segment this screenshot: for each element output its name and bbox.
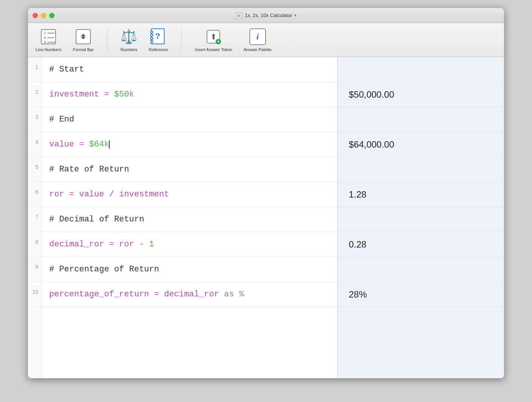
line-number-8: 8 [28, 232, 42, 257]
line-numbers-button[interactable]: 1 2 3 Line Numbers [36, 28, 61, 52]
code-token: = [99, 90, 114, 99]
result-row-9 [338, 257, 504, 282]
code-token: percentage_of_return = decimal_ror [49, 290, 224, 299]
answer-palette-button[interactable]: i Answer Palette [244, 28, 272, 52]
code-content-6[interactable]: ror = value / investment [42, 182, 337, 207]
insert-token-icon-wrapper: ⬆ + [205, 28, 222, 45]
line-number-7: 7 [28, 207, 42, 232]
reference-label: Reference [149, 47, 168, 52]
line-number-3: 3 [28, 107, 42, 132]
answer-palette-icon-wrapper: i [249, 28, 266, 45]
main-window: ≡ 1x, 2x, 10x Calculator ▾ 1 2 [28, 8, 504, 379]
table-row: 3 # End [28, 107, 337, 132]
title-bar: ≡ 1x, 2x, 10x Calculator ▾ [28, 8, 504, 23]
numbers-label: Numbers [121, 47, 138, 52]
line-number-9: 9 [28, 257, 42, 282]
line-number-empty [28, 307, 42, 378]
main-content: 1 # Start 2 investment = $50 k [28, 57, 504, 378]
token-plus-icon: + [216, 39, 221, 44]
code-token: 1 [149, 240, 154, 249]
code-token: decimal_ror = ror - [49, 240, 149, 249]
code-token: # Start [49, 65, 84, 74]
code-token: k [129, 90, 134, 99]
line-number-5: 5 [28, 157, 42, 182]
question-mark-icon: ? [155, 31, 160, 41]
result-row-5 [338, 157, 504, 182]
code-token: # Rate of Return [49, 165, 129, 174]
token-arrow-icon: ⬆ [210, 32, 217, 41]
table-row: 10 percentage_of_return = decimal_ror as… [28, 282, 337, 307]
table-row: 9 # Percentage of Return [28, 257, 337, 282]
code-content-2[interactable]: investment = $50 k [42, 82, 337, 107]
line-number-10: 10 [28, 282, 42, 307]
table-row: 1 # Start [28, 57, 337, 82]
code-token: value [49, 140, 74, 149]
app-icon: ≡ [236, 12, 243, 19]
code-token: # Percentage of Return [49, 265, 159, 274]
result-row-2: $50,000.00 [338, 82, 504, 107]
code-token: k [104, 140, 109, 149]
format-bar-button[interactable]: Format Bar [73, 28, 93, 52]
table-row: 7 # Decimal of Return [28, 207, 337, 232]
insert-answer-token-label: Insert Answer Token [195, 47, 232, 52]
result-value-10: 28% [349, 289, 367, 300]
reference-icon-wrapper: ? [150, 28, 167, 45]
result-value-8: 0.28 [349, 239, 367, 250]
table-row: 5 # Rate of Return [28, 157, 337, 182]
editor-area[interactable]: 1 # Start 2 investment = $50 k [28, 57, 338, 378]
line-number-2: 2 [28, 82, 42, 107]
code-content-7[interactable]: # Decimal of Return [42, 207, 337, 232]
info-icon: i [257, 32, 259, 42]
code-content-3[interactable]: # End [42, 107, 337, 132]
code-lines[interactable]: 1 # Start 2 investment = $50 k [28, 57, 337, 378]
code-content-9[interactable]: # Percentage of Return [42, 257, 337, 282]
result-row-6: 1.28 [338, 182, 504, 207]
editor-empty-space[interactable] [28, 307, 337, 378]
close-button[interactable] [33, 13, 38, 18]
code-content-8[interactable]: decimal_ror = ror - 1 [42, 232, 337, 257]
minimize-button[interactable] [41, 13, 46, 18]
svg-text:≡: ≡ [238, 14, 240, 18]
format-bar-icon-wrapper [75, 28, 92, 45]
code-token: # Decimal of Return [49, 215, 144, 224]
code-token: investment [49, 90, 99, 99]
result-value-6: 1.28 [349, 189, 367, 200]
code-token: $50 [114, 90, 129, 99]
result-trailing-space [338, 307, 504, 378]
window-title: 1x, 2x, 10x Calculator [245, 12, 292, 18]
table-row: 2 investment = $50 k [28, 82, 337, 107]
code-token: $64 [89, 140, 104, 149]
code-content-empty[interactable] [42, 307, 337, 378]
result-row-1 [338, 57, 504, 82]
scale-icon: ⚖️ [120, 29, 137, 45]
result-value-2: $50,000.00 [349, 89, 394, 100]
result-row-4: $64,000.00 [338, 132, 504, 157]
code-token: = [74, 140, 89, 149]
traffic-lights [33, 13, 54, 18]
code-content-1[interactable]: # Start [42, 57, 337, 82]
numbers-button[interactable]: ⚖️ Numbers [121, 28, 138, 52]
result-row-8: 0.28 [338, 232, 504, 257]
results-area: $50,000.00 $64,000.00 1.28 0.28 [338, 57, 504, 378]
line-number-1: 1 [28, 57, 42, 82]
code-token: as % [224, 290, 244, 299]
toolbar: 1 2 3 Line Numbers [28, 23, 504, 57]
window-title-area: ≡ 1x, 2x, 10x Calculator ▾ [236, 12, 296, 19]
code-content-4[interactable]: value = $64 k [42, 132, 337, 157]
result-value-4: $64,000.00 [349, 139, 394, 150]
code-token: ror = value / investment [49, 190, 169, 199]
result-row-3 [338, 107, 504, 132]
format-bar-label: Format Bar [73, 47, 93, 52]
arrow-up-icon [81, 34, 86, 36]
insert-answer-token-button[interactable]: ⬆ + Insert Answer Token [195, 28, 232, 52]
line-number-4: 4 [28, 132, 42, 157]
code-content-5[interactable]: # Rate of Return [42, 157, 337, 182]
reference-button[interactable]: ? Reference [149, 28, 168, 52]
arrow-down-icon [81, 37, 86, 39]
code-content-10[interactable]: percentage_of_return = decimal_ror as % [42, 282, 337, 307]
maximize-button[interactable] [49, 13, 54, 18]
table-row: 6 ror = value / investment [28, 182, 337, 207]
toolbar-separator-2 [181, 29, 182, 51]
line-number-6: 6 [28, 182, 42, 207]
answer-palette-label: Answer Palette [244, 47, 272, 52]
